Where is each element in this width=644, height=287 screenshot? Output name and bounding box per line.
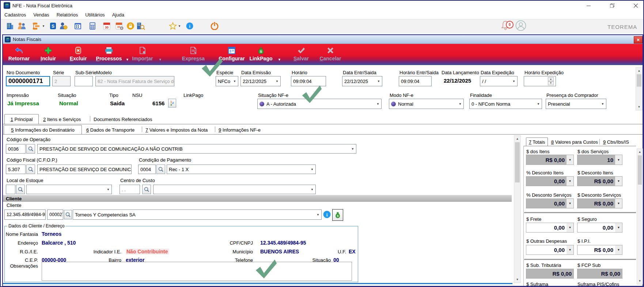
s-module-icon[interactable]: S bbox=[48, 21, 58, 31]
linkpago-button[interactable]: $ LinkPago bbox=[243, 46, 279, 65]
codigo-fiscal-select[interactable]: PRESTAÇÃO DE SERVIÇO DE COMUNICAÇÃO A NÃ… bbox=[37, 165, 132, 174]
chevron-down-icon: ▼ bbox=[457, 102, 462, 106]
dos-servicos-field[interactable]: 10▼ bbox=[577, 155, 622, 165]
favorites-dropdown-icon[interactable]: ▼ bbox=[177, 21, 182, 31]
pct-desconto-servicos-field[interactable]: 0,00▼ bbox=[526, 199, 574, 208]
importar-button: Importar bbox=[124, 46, 161, 65]
scroll-up-icon[interactable]: ▲ bbox=[636, 68, 642, 73]
cliente-cnpj-select[interactable]: 12.345.489/4984-95▼ bbox=[4, 209, 46, 220]
local-estoque-code-input[interactable] bbox=[6, 185, 15, 194]
cliente-search-button[interactable] bbox=[64, 210, 72, 219]
scroll-up-icon[interactable]: ▲ bbox=[637, 149, 643, 155]
scroll-up-icon[interactable]: ▲ bbox=[514, 136, 520, 141]
restore-button[interactable] bbox=[604, 1, 621, 10]
tab-principal[interactable]: 1 Principal bbox=[4, 114, 39, 124]
outras-despesas-field[interactable]: 0,00▼ bbox=[526, 245, 574, 255]
mdi-close-button[interactable]: ✕ bbox=[634, 36, 643, 44]
tab-cbs-ibs-is[interactable]: 9 Cbs/Ibs/IS bbox=[603, 139, 629, 145]
data-emissao-select[interactable]: 22/12/2025▼ bbox=[240, 76, 281, 86]
data-entr-saida-select[interactable]: 22/12/2025▼ bbox=[342, 76, 382, 86]
seguro-field[interactable]: 0,00▼ bbox=[577, 223, 622, 233]
sub-serie-input[interactable] bbox=[75, 76, 93, 86]
codigo-fiscal-search-button[interactable] bbox=[26, 165, 35, 174]
cliente-code-input[interactable]: 0000270 bbox=[47, 209, 63, 220]
codigo-operacao-search-button[interactable] bbox=[26, 144, 35, 154]
tab-totais[interactable]: 7 Totais bbox=[526, 137, 548, 146]
calendar-30-gear-icon[interactable]: 30 bbox=[115, 21, 124, 31]
nsu-sequence-button[interactable]: 123 bbox=[168, 99, 176, 107]
menu-vendas[interactable]: Vendas bbox=[30, 12, 53, 18]
cliente-info-button[interactable]: i bbox=[323, 211, 331, 220]
tab-valores-custos[interactable]: 8 Valores para Custos bbox=[551, 139, 598, 145]
codigo-operacao-code-input[interactable]: 0036 bbox=[6, 144, 26, 154]
close-button[interactable] bbox=[627, 1, 644, 10]
chevron-down-icon: ▼ bbox=[600, 102, 604, 106]
building-search-icon[interactable] bbox=[136, 21, 145, 31]
cliente-section-header: Cliente bbox=[3, 195, 512, 202]
municipio-value: BUENOS AIRES bbox=[260, 249, 299, 254]
centro-custo-code-input[interactable]: . . bbox=[120, 185, 140, 194]
menu-cadastros[interactable]: Cadastros bbox=[1, 12, 30, 18]
ipi-field[interactable]: R$ 0,00▼ bbox=[577, 245, 622, 255]
scroll-down-icon[interactable]: ▼ bbox=[637, 278, 643, 284]
power-icon[interactable] bbox=[210, 21, 219, 31]
org-chart-icon[interactable] bbox=[31, 21, 41, 31]
processos-button[interactable]: Processos bbox=[91, 46, 127, 65]
desconto-itens-field[interactable]: R$ 0,00▼ bbox=[577, 176, 622, 186]
codigo-fiscal-code-input[interactable]: 5.307 bbox=[6, 165, 26, 174]
content-scroll-thumb[interactable] bbox=[515, 142, 520, 182]
condicao-pagamento-select[interactable]: Rec - 1 X▼ bbox=[167, 165, 316, 174]
menu-utilitarios[interactable]: Utilitários bbox=[82, 12, 108, 18]
header-scroll-thumb[interactable] bbox=[637, 74, 641, 87]
status-sphere-icon bbox=[260, 102, 264, 106]
tab-valores-impostos[interactable]: 7 Valores e Impostos da Nota bbox=[145, 127, 208, 133]
tab-informacoes-nfe[interactable]: 9 Informações NF-e bbox=[219, 127, 261, 133]
company-building-icon[interactable] bbox=[5, 21, 15, 31]
tabline bbox=[3, 124, 643, 124]
horario-expedicao-spinner[interactable]: ▲▼ bbox=[524, 76, 556, 86]
pct-desconto-itens-field[interactable]: 0,00▼ bbox=[526, 176, 574, 186]
scroll-down-icon[interactable]: ▼ bbox=[636, 104, 642, 110]
info-icon[interactable]: i bbox=[185, 21, 194, 31]
org-chart-dropdown-icon[interactable]: ▼ bbox=[41, 21, 46, 31]
dos-itens-field[interactable]: R$ 0,00▼ bbox=[526, 155, 574, 165]
favorites-star-icon[interactable] bbox=[168, 21, 178, 31]
centro-custo-search-button[interactable] bbox=[142, 185, 151, 194]
centro-custo-select[interactable]: ▼ bbox=[153, 185, 316, 194]
frete-field[interactable]: 0,00▼ bbox=[526, 223, 574, 233]
totals-scroll-thumb[interactable] bbox=[638, 155, 642, 185]
desconto-servicos-field[interactable]: R$ 0,00▼ bbox=[577, 199, 622, 208]
modo-nfe-select[interactable]: Normal▼ bbox=[389, 99, 464, 109]
finalidade-select[interactable]: 0 - NFCom Norma▼ bbox=[469, 99, 542, 109]
calculator-icon[interactable] bbox=[88, 21, 97, 31]
scroll-down-icon[interactable]: ▼ bbox=[514, 277, 520, 282]
person-coin-icon[interactable] bbox=[58, 21, 68, 31]
user-avatar-icon[interactable] bbox=[515, 20, 526, 31]
tab-documentos-referenciados[interactable]: Documentos Referenciados bbox=[94, 117, 152, 122]
menu-relatorios[interactable]: Relatórios bbox=[53, 12, 82, 18]
linkpago-dropdown-icon[interactable]: ▼ bbox=[278, 58, 281, 61]
condicao-pagamento-code-input[interactable]: 0004 bbox=[138, 165, 156, 174]
nro-documento-input[interactable]: 0000000171 bbox=[6, 76, 50, 86]
lock-icon[interactable] bbox=[126, 21, 135, 31]
spinner-arrows-icon[interactable]: ▲▼ bbox=[548, 77, 554, 85]
menu-ajuda[interactable]: Ajuda bbox=[109, 12, 128, 18]
minimize-button[interactable] bbox=[580, 1, 597, 10]
presenca-comprador-select[interactable]: Presencial▼ bbox=[546, 99, 606, 109]
horario-entr-saida-input[interactable]: 09:09:04 bbox=[399, 76, 432, 86]
tab-dados-transporte[interactable]: 6 Dados de Transporte bbox=[86, 127, 135, 133]
situacao-label: Situação bbox=[58, 92, 76, 98]
calendar-calc-icon[interactable] bbox=[73, 21, 83, 31]
codigo-operacao-select[interactable]: PRESTAÇÃO DE SERVIÇO DE COMUNICAÇÃO A NÃ… bbox=[37, 144, 356, 154]
calendar-30-icon[interactable]: 30 bbox=[102, 21, 111, 31]
tab-itens-servicos[interactable]: 2 Itens e Serviços bbox=[43, 117, 81, 122]
observacoes-textarea[interactable] bbox=[42, 262, 352, 281]
cliente-nome-select[interactable]: Torneos Y Competencias SA▼ bbox=[73, 209, 322, 220]
data-expedicao-select[interactable]: / /▼ bbox=[480, 76, 518, 86]
tab-informacoes-destinatario[interactable]: 5 Informações do Destinatário bbox=[4, 125, 82, 135]
local-estoque-select[interactable]: ▼ bbox=[26, 185, 112, 194]
local-estoque-search-button[interactable] bbox=[16, 185, 25, 194]
cliente-financeiro-button[interactable]: $ bbox=[332, 209, 343, 221]
condicao-pagamento-search-button[interactable] bbox=[156, 165, 165, 174]
customers-icon[interactable] bbox=[17, 21, 26, 31]
